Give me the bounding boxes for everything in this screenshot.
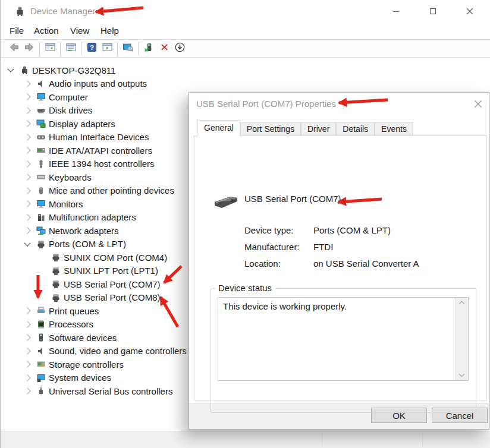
menu-file[interactable]: File [10,23,24,39]
chevron-right-icon[interactable] [24,187,30,194]
chevron-right-icon[interactable] [24,174,30,181]
uninstall-button[interactable] [156,41,172,56]
chevron-right-icon[interactable] [24,388,30,395]
field-value: FTDI [313,242,333,252]
serial-port-icon [36,239,46,249]
uninstall-icon [159,42,169,55]
chevron-down-icon[interactable] [24,239,30,246]
chevron-placeholder [40,268,46,274]
tab-details[interactable]: Details [336,122,375,136]
properties-panel-button[interactable] [63,41,78,56]
tree-item-label: SUNIX LPT Port (LPT1) [64,266,158,276]
field-value: Ports (COM & LPT) [313,225,391,235]
minimize-button[interactable] [382,0,410,23]
display-adapter-icon [36,119,46,128]
field-device-type: Device type:Ports (COM & LPT) [244,225,391,235]
chevron-right-icon[interactable] [24,308,30,314]
chevron-right-icon[interactable] [24,228,30,234]
device-status-text: This device is working properly. [223,301,450,311]
tree-item-label: Human Interface Devices [49,132,149,142]
tree-item-desktop-g32q811[interactable]: DESKTOP-G32Q811 [1,64,490,77]
menu-action[interactable]: Action [34,23,59,39]
console-tree-button[interactable] [42,41,58,56]
tab-driver[interactable]: Driver [301,122,336,136]
tree-item-label: Network adapters [49,226,119,236]
title-bar: Device Manager [1,0,490,23]
chevron-right-icon[interactable] [24,321,30,327]
field-location: Location:on USB Serial Converter A [244,258,419,269]
serial-port-icon [51,253,61,262]
chevron-right-icon[interactable] [24,121,30,127]
toolbar-separator [60,42,61,55]
field-value: on USB Serial Converter A [313,258,419,269]
back-arrow-button[interactable] [6,41,21,56]
monitor-icon [36,199,46,209]
chevron-right-icon[interactable] [24,134,30,140]
toolbar-separator [117,42,118,55]
tree-item-label: System devices [49,373,111,383]
tab-general[interactable]: General [197,120,240,136]
chevron-down-icon[interactable] [7,66,14,72]
tree-item-label: Sound, video and game controllers [49,346,187,356]
chevron-right-icon[interactable] [24,214,30,220]
serial-port-icon [51,293,61,302]
network-adapter-icon [36,226,46,235]
scroll-down-button[interactable] [456,370,468,380]
maximize-button[interactable] [419,0,447,23]
status-bar-separator [422,433,423,447]
ide-chip-icon [36,146,46,155]
status-bar-separator [322,433,322,447]
status-bar [1,431,490,448]
chevron-right-icon[interactable] [24,147,30,154]
update-driver-icon [144,42,154,55]
tree-item-label: Print queues [49,306,99,316]
help-button[interactable]: ? [84,41,99,56]
tree-item-label: Monitors [49,199,83,209]
chevron-down-icon [459,371,465,377]
properties-dialog: USB Serial Port (COM7) Properties Genera… [189,92,489,430]
processor-icon [36,320,46,329]
chevron-right-icon[interactable] [24,361,30,368]
chevron-right-icon[interactable] [24,80,30,87]
chevron-right-icon[interactable] [24,107,30,113]
tab-port-settings[interactable]: Port Settings [240,122,301,136]
usb-connector-icon [36,386,46,396]
device-status-label: Device status [215,283,275,293]
chevron-right-icon[interactable] [24,335,30,341]
scan-hardware-button[interactable] [120,41,136,56]
menu-help[interactable]: Help [100,23,119,39]
device-manager-app-icon [14,6,25,17]
close-button[interactable] [456,0,483,23]
chevron-right-icon[interactable] [24,201,30,207]
chevron-right-icon[interactable] [24,94,30,100]
tree-item-label: Ports (COM & LPT) [49,239,126,249]
window-title: Device Manager [30,0,95,23]
menu-view[interactable]: View [70,23,89,39]
disable-button[interactable] [172,41,187,56]
monitor-icon [36,92,46,102]
storage-controller-icon [36,359,46,369]
tab-events[interactable]: Events [375,122,413,136]
audio-speaker-icon [36,346,46,356]
ieee1394-connector-icon [36,159,46,169]
forward-arrow-button[interactable] [21,41,37,56]
chevron-right-icon[interactable] [24,160,30,167]
toolbar: ? [1,39,490,58]
serial-port-icon [51,266,61,276]
chevron-right-icon[interactable] [24,374,30,381]
toolbar-separator [39,42,40,55]
chevron-right-icon[interactable] [24,348,30,354]
forward-arrow-icon [24,42,34,55]
action-pane-button[interactable] [99,41,115,56]
update-driver-button[interactable] [141,41,156,56]
tree-item-label: Keyboards [49,172,92,182]
tree-item-audio-inputs-and-outputs[interactable]: Audio inputs and outputs [1,77,490,91]
scroll-up-button[interactable] [456,298,468,308]
status-scrollbar[interactable] [455,298,468,380]
action-pane-icon [102,42,112,55]
dialog-title: USB Serial Port (COM7) Properties [196,93,336,115]
maximize-icon [429,8,436,15]
tree-item-label: Storage controllers [49,359,124,370]
dialog-close-button[interactable] [467,94,489,114]
device-status-textbox[interactable]: This device is working properly. [218,297,469,381]
